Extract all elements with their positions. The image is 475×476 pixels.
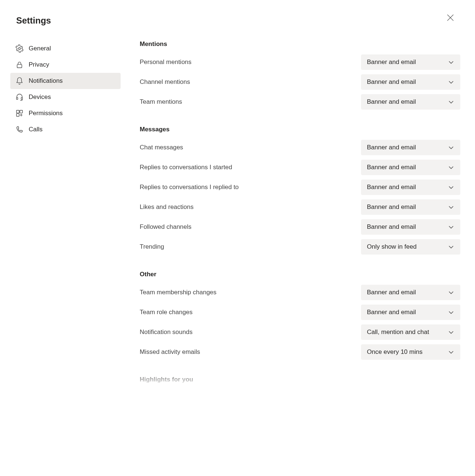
setting-label: Likes and reactions xyxy=(140,203,193,211)
gear-icon xyxy=(15,45,24,53)
dropdown-trending[interactable]: Only show in feed xyxy=(361,239,460,255)
dropdown-followed-channels[interactable]: Banner and email xyxy=(361,219,460,235)
dropdown-value: Banner and email xyxy=(367,309,416,316)
dropdown-value: Once every 10 mins xyxy=(367,348,422,356)
dropdown-value: Banner and email xyxy=(367,164,416,171)
dropdown-value: Call, mention and chat xyxy=(367,328,429,336)
setting-label: Team mentions xyxy=(140,98,182,106)
dropdown-team-role[interactable]: Banner and email xyxy=(361,305,460,320)
section-title-messages: Messages xyxy=(140,126,460,133)
setting-label: Personal mentions xyxy=(140,58,192,66)
svg-rect-3 xyxy=(17,64,22,68)
chevron-down-icon xyxy=(448,144,454,151)
dropdown-personal-mentions[interactable]: Banner and email xyxy=(361,54,460,70)
sidebar-item-permissions[interactable]: Permissions xyxy=(10,105,121,121)
chevron-down-icon xyxy=(448,59,454,65)
chevron-down-icon xyxy=(448,349,454,355)
settings-sidebar: General Privacy Notifi xyxy=(10,40,121,138)
sidebar-item-label: Privacy xyxy=(29,61,49,68)
dropdown-notification-sounds[interactable]: Call, mention and chat xyxy=(361,324,460,340)
chevron-down-icon xyxy=(448,244,454,250)
setting-row: Channel mentions Banner and email xyxy=(140,72,460,92)
dropdown-value: Banner and email xyxy=(367,78,416,86)
sidebar-item-calls[interactable]: Calls xyxy=(10,121,121,138)
sidebar-item-devices[interactable]: Devices xyxy=(10,89,121,105)
dropdown-value: Banner and email xyxy=(367,144,416,151)
sidebar-item-general[interactable]: General xyxy=(10,40,121,57)
dropdown-channel-mentions[interactable]: Banner and email xyxy=(361,74,460,90)
dropdown-team-membership[interactable]: Banner and email xyxy=(361,285,460,300)
setting-label: Replies to conversations I replied to xyxy=(140,184,239,191)
setting-row: Trending Only show in feed xyxy=(140,237,460,257)
setting-label: Replies to conversations I started xyxy=(140,164,232,171)
dropdown-replies-started[interactable]: Banner and email xyxy=(361,160,460,175)
chevron-down-icon xyxy=(448,309,454,316)
page-title: Settings xyxy=(16,15,460,26)
dropdown-likes-reactions[interactable]: Banner and email xyxy=(361,199,460,215)
dropdown-value: Banner and email xyxy=(367,184,416,191)
apps-icon xyxy=(15,109,24,117)
section-title-highlights: Highlights for you xyxy=(140,376,460,383)
section-title-mentions: Mentions xyxy=(140,40,460,48)
chevron-down-icon xyxy=(448,164,454,171)
close-button[interactable] xyxy=(447,15,454,21)
dropdown-value: Banner and email xyxy=(367,289,416,296)
chevron-down-icon xyxy=(448,329,454,335)
dropdown-missed-activity[interactable]: Once every 10 mins xyxy=(361,344,460,360)
svg-point-2 xyxy=(18,47,21,50)
setting-row: Notification sounds Call, mention and ch… xyxy=(140,322,460,342)
chevron-down-icon xyxy=(448,224,454,230)
sidebar-item-label: General xyxy=(29,45,51,52)
setting-label: Team membership changes xyxy=(140,289,217,296)
sidebar-item-notifications[interactable]: Notifications xyxy=(10,73,121,89)
lock-icon xyxy=(15,61,24,69)
svg-rect-8 xyxy=(17,114,19,116)
svg-rect-7 xyxy=(20,110,22,113)
chevron-down-icon xyxy=(448,99,454,105)
svg-rect-5 xyxy=(21,97,23,100)
setting-row: Replies to conversations I replied to Ba… xyxy=(140,177,460,197)
setting-row: Personal mentions Banner and email xyxy=(140,52,460,72)
sidebar-item-label: Notifications xyxy=(29,77,63,85)
dropdown-replies-replied[interactable]: Banner and email xyxy=(361,180,460,195)
sidebar-item-label: Permissions xyxy=(29,110,63,117)
settings-content: Mentions Personal mentions Banner and em… xyxy=(121,40,460,386)
setting-label: Trending xyxy=(140,243,164,251)
close-icon xyxy=(447,14,454,22)
setting-row: Team membership changes Banner and email xyxy=(140,283,460,302)
bell-icon xyxy=(15,77,24,85)
setting-label: Team role changes xyxy=(140,309,193,316)
dropdown-chat-messages[interactable]: Banner and email xyxy=(361,140,460,155)
chevron-down-icon xyxy=(448,184,454,191)
setting-row: Followed channels Banner and email xyxy=(140,217,460,237)
dropdown-value: Banner and email xyxy=(367,58,416,66)
setting-label: Channel mentions xyxy=(140,78,190,86)
sidebar-item-label: Devices xyxy=(29,93,51,101)
setting-label: Chat messages xyxy=(140,144,183,151)
chevron-down-icon xyxy=(448,289,454,296)
dropdown-value: Only show in feed xyxy=(367,243,417,251)
setting-row: Replies to conversations I started Banne… xyxy=(140,157,460,177)
sidebar-item-privacy[interactable]: Privacy xyxy=(10,57,121,73)
setting-label: Notification sounds xyxy=(140,328,193,336)
svg-rect-6 xyxy=(17,110,19,113)
setting-row: Team role changes Banner and email xyxy=(140,302,460,322)
dropdown-value: Banner and email xyxy=(367,98,416,106)
headset-icon xyxy=(15,93,24,101)
setting-row: Missed activity emails Once every 10 min… xyxy=(140,342,460,362)
sidebar-item-label: Calls xyxy=(29,126,43,133)
call-icon xyxy=(15,125,24,134)
chevron-down-icon xyxy=(448,204,454,210)
setting-row: Likes and reactions Banner and email xyxy=(140,197,460,217)
dropdown-team-mentions[interactable]: Banner and email xyxy=(361,94,460,110)
setting-row: Chat messages Banner and email xyxy=(140,138,460,157)
dropdown-value: Banner and email xyxy=(367,203,416,211)
setting-label: Followed channels xyxy=(140,223,192,231)
setting-label: Missed activity emails xyxy=(140,348,200,356)
svg-rect-4 xyxy=(17,97,18,100)
chevron-down-icon xyxy=(448,79,454,85)
dropdown-value: Banner and email xyxy=(367,223,416,231)
setting-row: Team mentions Banner and email xyxy=(140,92,460,112)
section-title-other: Other xyxy=(140,271,460,278)
